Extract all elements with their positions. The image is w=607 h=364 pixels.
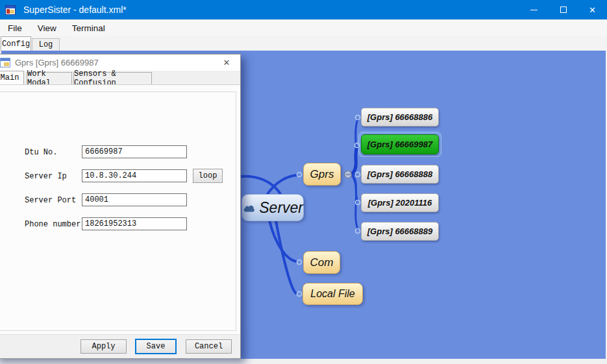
dtu-no-input[interactable] xyxy=(82,145,187,158)
server-ip-label: Server Ip xyxy=(25,172,86,181)
leaf-label: [Gprs] 66668888 xyxy=(367,169,432,179)
menu-view[interactable]: View xyxy=(30,19,64,36)
minimize-icon xyxy=(530,10,538,10)
leaf-label: [Gprs] 20201116 xyxy=(368,198,432,208)
node-local-file-label: Local File xyxy=(310,288,354,300)
dtu-no-label: Dtu No. xyxy=(25,148,86,157)
leaf-label: [Gprs] 66668889 xyxy=(367,226,432,236)
maximize-button[interactable] xyxy=(549,0,578,19)
node-server-label: Server xyxy=(259,199,303,217)
phone-number-label: Phone number xyxy=(25,220,86,229)
tab-config[interactable]: Config xyxy=(1,36,31,51)
leaf-label: [Gprs] 66669987 xyxy=(367,140,432,149)
node-gprs-label: Gprs xyxy=(310,168,334,181)
node-com[interactable]: Com xyxy=(303,251,340,274)
loop-button[interactable]: loop xyxy=(193,169,223,183)
server-port-input[interactable] xyxy=(82,193,187,206)
app-icon xyxy=(5,5,16,15)
node-gprs-66668889[interactable]: [Gprs] 66668889 xyxy=(361,222,439,241)
maximize-icon xyxy=(560,6,567,13)
leaf-label: [Gprs] 66668886 xyxy=(367,112,432,122)
dialog-tab-main[interactable]: Main xyxy=(0,71,24,84)
node-local-file[interactable]: Local File xyxy=(303,283,363,305)
dialog-tab-sensors-confusion[interactable]: Sensors & Confusion xyxy=(73,72,152,84)
dialog-titlebar[interactable]: Gprs [Gprs] 66669987 ✕ xyxy=(0,55,240,71)
dialog-icon xyxy=(0,58,10,67)
node-gprs-20201116[interactable]: [Gprs] 20201116 xyxy=(361,193,439,212)
apply-button[interactable]: Apply xyxy=(81,339,127,354)
dialog-buttonbar: Apply Save Cancel xyxy=(0,334,240,358)
server-ip-input[interactable] xyxy=(82,169,187,182)
dialog-tab-work-modal[interactable]: Work Modal xyxy=(27,72,72,84)
dialog-tabstrip: Main Work Modal Sensors & Confusion xyxy=(0,71,240,84)
save-button[interactable]: Save xyxy=(135,339,177,354)
node-com-label: Com xyxy=(310,256,334,269)
node-gprs[interactable]: Gprs xyxy=(303,163,341,186)
dialog-tab-page: Dtu No. Server Ip loop Server Port Phone… xyxy=(0,84,240,334)
gprs-dialog: Gprs [Gprs] 66669987 ✕ Main Work Modal S… xyxy=(0,54,241,359)
close-button[interactable]: ✕ xyxy=(578,0,607,19)
server-port-label: Server Port xyxy=(25,196,86,205)
menu-bar: File View Terminal xyxy=(0,19,607,36)
menu-terminal[interactable]: Terminal xyxy=(64,19,113,36)
selection-outline: [Gprs] 66669987 xyxy=(358,132,441,157)
minimize-button[interactable] xyxy=(519,0,549,19)
status-strip xyxy=(0,359,607,364)
dialog-close-icon: ✕ xyxy=(223,58,230,67)
node-gprs-66668886[interactable]: [Gprs] 66668886 xyxy=(361,108,439,127)
app-window: Server Gprs Com Local File [Gprs] 666688… xyxy=(0,0,607,364)
close-icon: ✕ xyxy=(589,6,596,14)
node-gprs-66668888[interactable]: [Gprs] 66668888 xyxy=(361,165,439,184)
cancel-button[interactable]: Cancel xyxy=(186,339,232,354)
tab-log[interactable]: Log xyxy=(32,38,60,51)
phone-number-input[interactable] xyxy=(82,217,187,230)
cloud-icon xyxy=(242,203,256,212)
dialog-close-button[interactable]: ✕ xyxy=(217,55,236,71)
main-tabstrip: Config Log xyxy=(0,36,607,51)
window-titlebar: SuperSister - default.xml* ✕ xyxy=(0,0,607,19)
form-groupbox xyxy=(0,91,236,331)
node-gprs-66669987-selected[interactable]: [Gprs] 66669987 xyxy=(361,134,439,154)
node-server[interactable]: Server xyxy=(242,194,304,221)
window-title: SuperSister - default.xml* xyxy=(23,5,127,15)
menu-file[interactable]: File xyxy=(0,19,30,36)
dialog-title: Gprs [Gprs] 66669987 xyxy=(15,58,99,67)
